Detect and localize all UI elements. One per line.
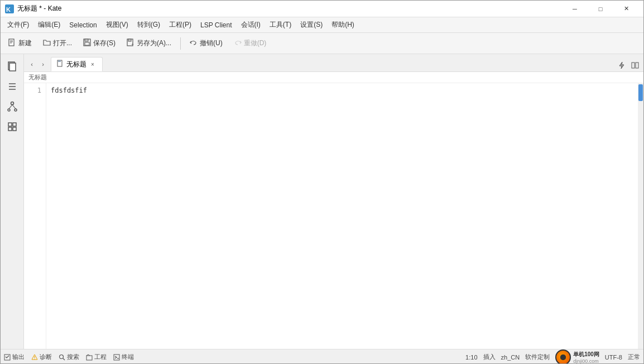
save-label: 保存(S) (93, 39, 116, 48)
menu-edit[interactable]: 编辑(E) (33, 18, 65, 31)
output-label: 输出 (12, 353, 25, 361)
tab-untitled[interactable]: 无标题 × (51, 57, 103, 71)
close-button[interactable]: ✕ (613, 1, 639, 17)
menu-view[interactable]: 视图(V) (102, 18, 133, 31)
svg-rect-7 (85, 39, 88, 41)
status-right: 1:10 插入 zh_CN 软件定制 单机100网 djnji00.com UT… (465, 349, 640, 365)
window-controls: ─ □ ✕ (562, 1, 639, 17)
svg-line-32 (63, 358, 65, 360)
text-editor[interactable]: fdsfdsfif (46, 83, 638, 349)
titlebar-left: K 无标题 * - Kate (5, 4, 61, 13)
diag-icon (31, 354, 38, 361)
tab-columns-button[interactable] (629, 59, 641, 71)
open-label: 打开... (53, 39, 72, 48)
status-bar: 输出 诊断 搜索 工程 终端 1:10 插入 zh_CN (1, 349, 643, 364)
project-icon (86, 354, 93, 361)
editor-line-1: fdsfdsfif (51, 85, 633, 95)
svg-point-18 (8, 109, 10, 111)
terminal-label: 终端 (122, 353, 134, 361)
menu-goto[interactable]: 转到(G) (133, 18, 165, 31)
menu-file[interactable]: 文件(F) (3, 18, 33, 31)
svg-rect-22 (8, 127, 12, 131)
minimize-button[interactable]: ─ (562, 1, 588, 17)
saveas-icon: + (127, 39, 134, 48)
redo-icon (234, 39, 242, 48)
editor-content[interactable]: 1 fdsfdsfif (24, 83, 643, 349)
tab-file-icon (57, 60, 64, 69)
status-terminal[interactable]: 终端 (113, 353, 134, 361)
redo-button[interactable]: 重做(D) (229, 37, 271, 50)
menu-project[interactable]: 工程(P) (165, 18, 196, 31)
new-button[interactable]: 新建 (4, 37, 36, 50)
main-content: ‹ › 无标题 × (1, 54, 643, 349)
svg-rect-13 (9, 63, 16, 71)
svg-point-17 (11, 102, 13, 105)
open-button[interactable]: 打开... (39, 37, 76, 50)
svg-rect-20 (8, 123, 12, 126)
app-icon: K (5, 4, 14, 13)
undo-icon (190, 39, 198, 48)
sidebar-documents-button[interactable] (3, 58, 21, 75)
svg-rect-8 (85, 42, 89, 45)
status-text: 正常 (628, 353, 640, 361)
status-project[interactable]: 工程 (86, 353, 107, 361)
scrollbar-thumb[interactable] (638, 84, 643, 101)
tab-lightning-button[interactable] (616, 59, 628, 71)
line-numbers: 1 (24, 83, 46, 349)
svg-rect-2 (9, 39, 14, 46)
cursor-position: 1:10 (465, 354, 477, 361)
saveas-button[interactable]: + 另存为(A)... (122, 37, 176, 50)
window-title: 无标题 * - Kate (17, 4, 61, 13)
tab-close-button[interactable]: × (89, 60, 97, 68)
menu-selection[interactable]: Selection (65, 20, 101, 31)
sidebar-list-button[interactable] (3, 78, 21, 95)
undo-button[interactable]: 撤销(U) (185, 37, 227, 50)
svg-point-30 (34, 358, 35, 359)
toolbar: 新建 打开... 保存(S) + 另存为(A)... (1, 33, 643, 54)
tab-next-button[interactable]: › (37, 57, 49, 71)
svg-rect-33 (86, 356, 92, 360)
toolbar-separator-1 (180, 37, 181, 50)
svg-rect-26 (632, 63, 635, 68)
svg-point-31 (60, 355, 64, 358)
tab-bar: ‹ › 无标题 × (24, 54, 643, 72)
diag-label: 诊断 (40, 353, 52, 361)
watermark-title: 单机100网 (573, 351, 599, 358)
svg-text:K: K (6, 6, 11, 13)
menu-lsp[interactable]: LSP Client (196, 20, 236, 31)
svg-rect-21 (13, 123, 16, 126)
title-bar: K 无标题 * - Kate ─ □ ✕ (1, 1, 643, 17)
svg-point-19 (15, 109, 17, 111)
search-label: 搜索 (67, 353, 79, 361)
sidebar-git-button[interactable] (3, 98, 21, 116)
save-icon (83, 39, 91, 48)
editor-area: ‹ › 无标题 × (24, 54, 643, 349)
svg-rect-25 (58, 60, 61, 62)
menu-settings[interactable]: 设置(S) (296, 18, 327, 31)
tab-prev-button[interactable]: ‹ (26, 57, 37, 71)
undo-label: 撤销(U) (200, 39, 223, 48)
saveas-label: 另存为(A)... (137, 39, 171, 48)
menu-help[interactable]: 帮助(H) (327, 18, 359, 31)
redo-label: 重做(D) (244, 39, 267, 48)
new-icon (8, 39, 16, 48)
save-button[interactable]: 保存(S) (79, 37, 120, 50)
tab-actions (616, 59, 641, 71)
status-output[interactable]: 输出 (4, 353, 25, 361)
new-label: 新建 (18, 39, 32, 48)
menu-session[interactable]: 会话(I) (237, 18, 265, 31)
watermark-text-area: 单机100网 djnji00.com (573, 351, 599, 364)
sidebar-plugin-button[interactable] (3, 118, 21, 136)
svg-rect-27 (636, 63, 638, 68)
watermark: 单机100网 djnji00.com (555, 349, 599, 365)
svg-text:+: + (131, 42, 134, 46)
status-diag[interactable]: 诊断 (31, 353, 52, 361)
terminal-icon (113, 354, 120, 361)
vertical-scrollbar[interactable] (638, 83, 643, 349)
maximize-button[interactable]: □ (588, 1, 613, 17)
menu-tools[interactable]: 工具(T) (265, 18, 296, 31)
software-label: 软件定制 (525, 353, 550, 361)
sidebar (1, 54, 24, 349)
status-search[interactable]: 搜索 (59, 353, 79, 361)
breadcrumb: 无标题 (24, 72, 643, 83)
